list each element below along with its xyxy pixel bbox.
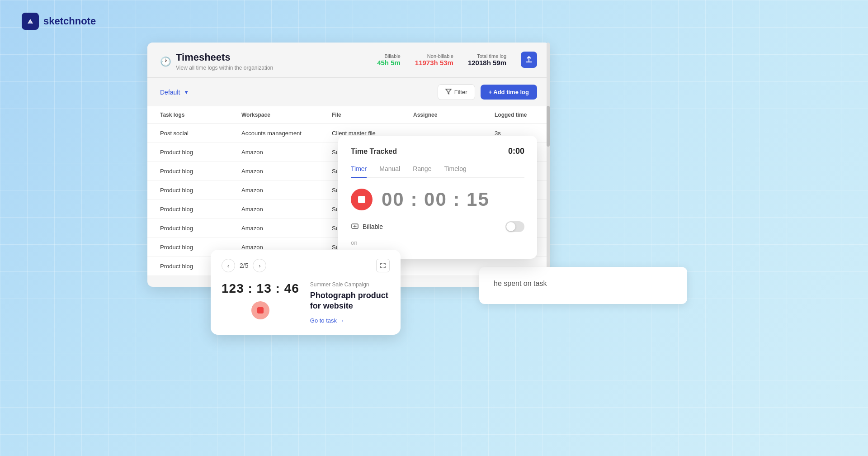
billable-label-area: Billable	[351, 222, 383, 232]
nav-next-button[interactable]: ›	[253, 259, 266, 272]
total-label: Total time log	[468, 53, 506, 59]
col-file: File	[332, 112, 413, 118]
default-label: Default	[160, 89, 180, 96]
expand-button[interactable]	[376, 259, 390, 272]
filter-icon	[445, 88, 452, 96]
billable-stat: Billable 45h 5m	[377, 53, 401, 66]
logo-icon	[22, 13, 39, 30]
col-logged: Logged time	[495, 112, 550, 118]
panel-title-area: 🕐 Timesheets View all time logs within t…	[160, 52, 273, 71]
dropdown-arrow-icon: ▼	[184, 89, 189, 95]
stop-icon	[358, 196, 365, 203]
toolbar-right: Filter + Add time log	[438, 84, 537, 100]
billable-text: Billable	[363, 223, 383, 230]
ft-nav-left: ‹ 2/5 ›	[222, 259, 266, 272]
nonbillable-value: 11973h 53m	[415, 59, 453, 66]
row-workspace: Amazon	[241, 187, 332, 194]
tab-range[interactable]: Range	[413, 165, 431, 177]
nav-prev-button[interactable]: ‹	[222, 259, 235, 272]
panel-toolbar: Default ▼ Filter + Add time log	[147, 78, 550, 106]
billable-icon	[351, 222, 359, 232]
tt-header: Time Tracked 0:00	[351, 147, 524, 156]
tt-tabs: Timer Manual Range Timelog	[351, 165, 524, 178]
row-task: Product blog	[160, 168, 241, 175]
tab-manual[interactable]: Manual	[379, 165, 400, 177]
row-task: Post social	[160, 130, 241, 137]
timer-digits: 00 : 00 : 15	[382, 189, 490, 210]
time-tracked-modal: Time Tracked 0:00 Timer Manual Range Tim…	[338, 136, 537, 259]
row-task: Product blog	[160, 149, 241, 156]
time-spent-label: he spent on task	[494, 280, 673, 288]
panel-header: 🕐 Timesheets View all time logs within t…	[147, 43, 550, 78]
logo-text: sketchnote	[43, 15, 96, 27]
row-task: Product blog	[160, 225, 241, 232]
panel-title-group: Timesheets View all time logs within the…	[176, 52, 273, 71]
tt-current-time: 0:00	[508, 147, 524, 156]
row-workspace: Amazon	[241, 168, 332, 175]
ft-timer-digits: 123 : 13 : 46	[222, 281, 299, 296]
nonbillable-stat: Non-billable 11973h 53m	[415, 53, 453, 66]
scroll-thumb[interactable]	[547, 106, 550, 147]
tt-note: on	[351, 239, 524, 246]
ft-campaign: Summer Sale Campaign	[310, 281, 390, 288]
row-workspace: Amazon	[241, 149, 332, 156]
upload-button[interactable]	[521, 52, 537, 68]
default-dropdown[interactable]: Default ▼	[160, 89, 189, 96]
col-workspace: Workspace	[241, 112, 332, 118]
ft-body: 123 : 13 : 46 Summer Sale Campaign Photo…	[222, 281, 390, 324]
total-value: 12018h 59m	[468, 59, 506, 66]
row-workspace: Amazon	[241, 206, 332, 213]
row-workspace: Accounts management	[241, 130, 332, 137]
filter-button[interactable]: Filter	[438, 84, 475, 100]
add-time-button[interactable]: + Add time log	[481, 85, 537, 100]
stats-area: Billable 45h 5m Non-billable 11973h 53m …	[377, 52, 537, 68]
ft-task-area: Summer Sale Campaign Photograph product …	[310, 281, 390, 324]
stop-button[interactable]	[351, 189, 373, 210]
toggle-knob	[506, 222, 515, 231]
ft-goto-task[interactable]: Go to task →	[310, 317, 390, 324]
col-assignee: Assignee	[413, 112, 495, 118]
ft-timer-area: 123 : 13 : 46	[222, 281, 299, 319]
ft-stop-button[interactable]	[251, 301, 269, 319]
tab-timer[interactable]: Timer	[351, 165, 367, 178]
total-stat: Total time log 12018h 59m	[468, 53, 506, 66]
col-task-logs: Task logs	[160, 112, 241, 118]
tt-billable: Billable	[351, 221, 524, 232]
billable-label: Billable	[377, 53, 401, 59]
ft-nav: ‹ 2/5 ›	[222, 259, 390, 272]
panel-subtitle: View all time logs within the organizati…	[176, 65, 273, 71]
billable-value: 45h 5m	[377, 59, 401, 66]
clock-icon: 🕐	[160, 56, 171, 67]
tt-timer-display: 00 : 00 : 15	[351, 189, 524, 210]
nav-count: 2/5	[240, 262, 248, 269]
ft-task-name: Photograph product for website	[310, 290, 390, 312]
add-time-label: + Add time log	[489, 89, 529, 95]
tab-timelog[interactable]: Timelog	[444, 165, 466, 177]
time-spent-panel: he spent on task	[479, 267, 687, 304]
row-task: Product blog	[160, 187, 241, 194]
row-workspace: Amazon	[241, 225, 332, 232]
tt-title: Time Tracked	[351, 147, 397, 156]
floating-timer: ‹ 2/5 › 123 : 13 : 46 Summer Sale Campai…	[211, 250, 401, 335]
row-task: Product blog	[160, 206, 241, 213]
billable-toggle[interactable]	[505, 221, 524, 232]
ft-stop-icon	[257, 307, 264, 314]
scrollbar[interactable]	[547, 43, 550, 287]
logo-area: sketchnote	[22, 13, 96, 30]
nonbillable-label: Non-billable	[415, 53, 453, 59]
panel-title: Timesheets	[176, 52, 273, 63]
filter-label: Filter	[454, 89, 467, 95]
table-header: Task logs Workspace File Assignee Logged…	[147, 106, 550, 124]
